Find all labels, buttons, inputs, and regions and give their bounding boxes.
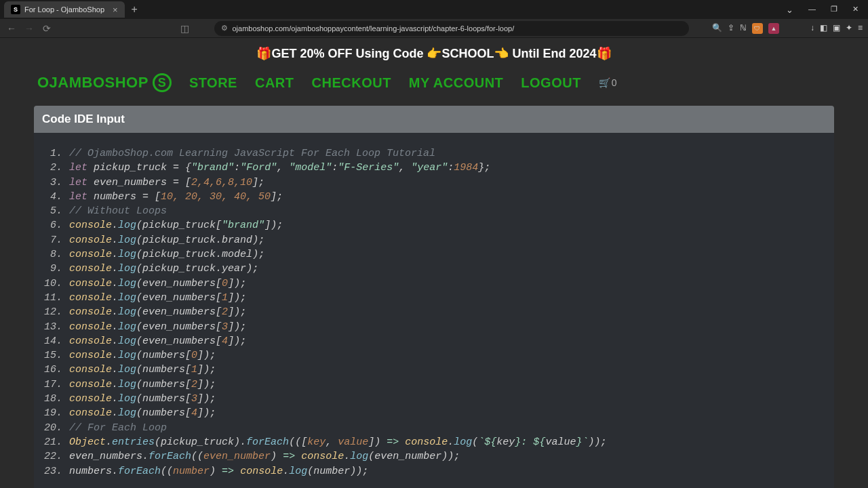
site-logo[interactable]: OJAMBOSHOP S	[37, 73, 172, 92]
code-line: 14console.log(even_numbers[4]);	[43, 334, 825, 348]
rss-icon[interactable]: ℕ	[740, 23, 747, 34]
code-line: 20// For Each Loop	[43, 421, 825, 435]
site-nav: OJAMBOSHOP S STORE CART CHECKOUT MY ACCO…	[0, 69, 868, 106]
tab-title: For Loop - OjamboShop	[24, 5, 104, 14]
downloads-icon[interactable]: ↓	[810, 23, 814, 34]
code-line: 4let numbers = [10, 20, 30, 40, 50];	[43, 190, 825, 204]
extension-2-icon[interactable]: ▲	[768, 23, 779, 34]
code-line: 9console.log(pickup_truck.year);	[43, 262, 825, 276]
nav-checkout[interactable]: CHECKOUT	[312, 75, 391, 91]
code-line: 8console.log(pickup_truck.model);	[43, 247, 825, 262]
page-content[interactable]: 🎁GET 20% OFF Using Code 👉SCHOOL👈 Until E…	[0, 38, 868, 488]
promo-banner: 🎁GET 20% OFF Using Code 👉SCHOOL👈 Until E…	[0, 38, 868, 69]
reload-button[interactable]: ⟳	[41, 23, 53, 34]
cart-count: 0	[612, 77, 617, 88]
toolbar: ← → ⟳ ◫ ⚙ ojamboshop.com/ojamboshoppayco…	[0, 19, 868, 38]
logo-s-icon: S	[153, 73, 172, 92]
url-text: ojamboshop.com/ojamboshoppaycontent/lear…	[232, 24, 682, 33]
site-settings-icon[interactable]: ⚙	[221, 24, 228, 33]
minimize-button[interactable]: —	[804, 3, 820, 16]
code-line: 23numbers.forEach((number) => console.lo…	[43, 464, 825, 479]
code-line: 19console.log(numbers[4]);	[43, 406, 825, 420]
close-tab-icon[interactable]: ×	[113, 5, 118, 15]
bookmark-icon[interactable]: ◫	[180, 23, 189, 34]
cart-icon: 🛒	[599, 77, 610, 88]
code-line: 2let pickup_truck = {"brand":"Ford", "mo…	[43, 161, 825, 175]
new-tab-button[interactable]: +	[132, 3, 138, 16]
nav-logout[interactable]: LOGOUT	[521, 75, 581, 91]
code-line: 12console.log(even_numbers[2]);	[43, 305, 825, 319]
cart-widget[interactable]: 🛒0	[599, 77, 617, 88]
reader-icon[interactable]: ▣	[833, 23, 840, 34]
window-controls: ⌄ — ❐ ✕	[782, 3, 868, 16]
code-line: 21Object.entries(pickup_truck).forEach((…	[43, 435, 825, 449]
nav-account[interactable]: MY ACCOUNT	[409, 75, 503, 91]
toolbar-right: 🔍 ⇪ ℕ 🛡 ▲ ↓ ◧ ▣ ✦ ≡	[712, 23, 863, 34]
zoom-icon[interactable]: 🔍	[712, 23, 722, 34]
ide-header: Code IDE Input	[34, 106, 834, 133]
share-icon[interactable]: ⇪	[728, 23, 734, 34]
nav-store[interactable]: STORE	[189, 75, 237, 91]
forward-button[interactable]: →	[23, 23, 35, 34]
code-line: 15console.log(numbers[0]);	[43, 348, 825, 363]
logo-text: OJAMBOSHOP	[37, 74, 149, 92]
code-line: 11console.log(even_numbers[1]);	[43, 291, 825, 305]
url-bar[interactable]: ⚙ ojamboshop.com/ojamboshoppaycontent/le…	[214, 21, 689, 36]
code-line: 17console.log(numbers[2]);	[43, 378, 825, 392]
customize-icon[interactable]: ✦	[846, 23, 852, 34]
code-line: 18console.log(numbers[3]);	[43, 392, 825, 406]
tabs-dropdown-icon[interactable]: ⌄	[782, 3, 797, 16]
code-line: 22even_numbers.forEach((even_number) => …	[43, 449, 825, 464]
code-line: 7console.log(pickup_truck.brand);	[43, 233, 825, 247]
promo-text: 🎁GET 20% OFF Using Code 👉SCHOOL👈 Until E…	[256, 47, 611, 60]
code-line: 10console.log(even_numbers[0]);	[43, 277, 825, 291]
tab-strip: S For Loop - OjamboShop × + ⌄ — ❐ ✕	[0, 0, 868, 19]
sidebar-icon[interactable]: ◧	[820, 23, 827, 34]
nav-cart[interactable]: CART	[255, 75, 294, 91]
maximize-button[interactable]: ❐	[827, 3, 842, 16]
close-window-button[interactable]: ✕	[848, 3, 863, 16]
code-line: 3let even_numbers = [2,4,6,8,10];	[43, 176, 825, 190]
code-line: 13console.log(even_numbers[3]);	[43, 320, 825, 334]
extension-1-icon[interactable]: 🛡	[752, 23, 763, 34]
tab-favicon-icon: S	[11, 5, 20, 14]
code-line: 1// OjamboShop.com Learning JavaScript F…	[43, 146, 825, 161]
code-block: 1// OjamboShop.com Learning JavaScript F…	[34, 133, 834, 488]
code-line: 16console.log(numbers[1]);	[43, 363, 825, 377]
browser-tab[interactable]: S For Loop - OjamboShop ×	[4, 1, 125, 18]
menu-icon[interactable]: ≡	[858, 23, 863, 34]
code-line: 6console.log(pickup_truck["brand"]);	[43, 218, 825, 232]
code-line: 5// Without Loops	[43, 204, 825, 218]
back-button[interactable]: ←	[5, 23, 18, 34]
